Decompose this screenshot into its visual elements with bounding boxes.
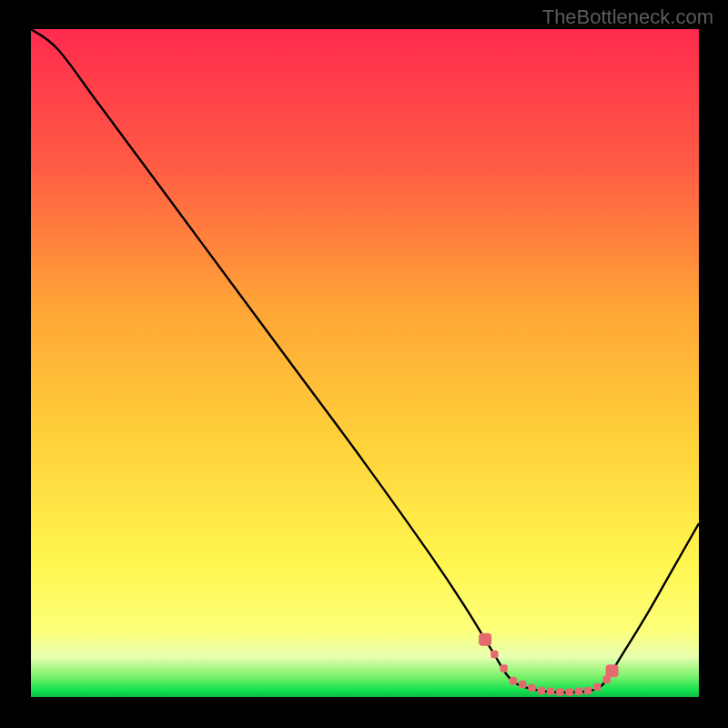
optimal-marker-cap	[606, 664, 619, 677]
optimal-marker-dot	[538, 687, 545, 694]
gradient-background	[31, 29, 699, 697]
optimal-marker-dot	[556, 688, 563, 695]
optimal-marker-dot	[575, 688, 582, 695]
optimal-marker-dot	[510, 677, 517, 684]
optimal-marker-dot	[547, 687, 554, 694]
optimal-marker-dot	[603, 676, 611, 683]
optimal-marker-dot	[500, 664, 507, 672]
optimal-marker-dot	[528, 684, 535, 692]
chart-svg	[31, 29, 699, 697]
optimal-marker-dot	[584, 687, 592, 694]
optimal-marker-dot	[565, 688, 572, 695]
optimal-marker-cap	[479, 633, 491, 646]
watermark-text: TheBottleneck.com	[542, 5, 713, 29]
bottleneck-chart	[31, 29, 699, 697]
optimal-marker-dot	[593, 683, 601, 691]
optimal-marker-dot	[519, 681, 526, 688]
optimal-marker-dot	[490, 651, 498, 658]
